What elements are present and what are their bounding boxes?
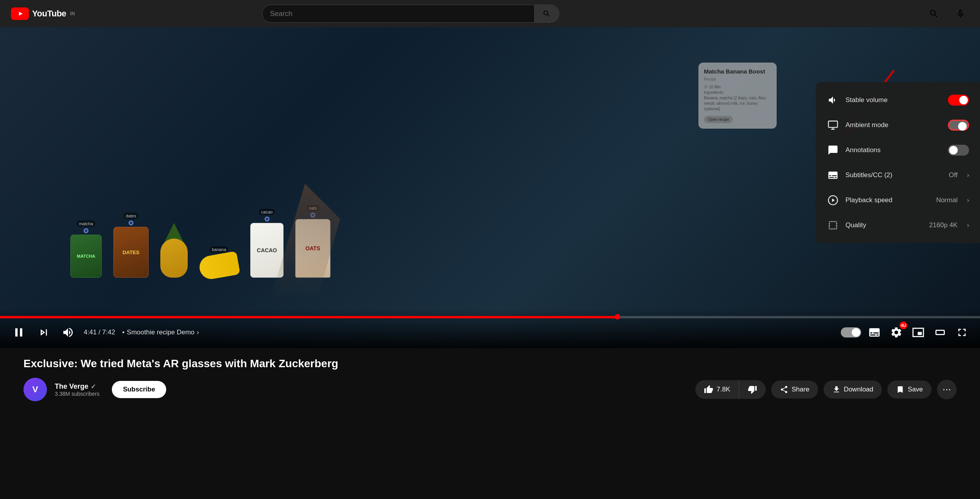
chapter-separator: • (122, 328, 124, 336)
chapter-name[interactable]: • Smoothie recipe Demo › (122, 328, 199, 336)
ar-card-body: Banana, matcha (2 tbsp), oats, Also need… (704, 95, 771, 112)
verified-checkmark: ✓ (91, 383, 96, 390)
video-controls: 4:41 / 7:42 • Smoothie recipe Demo › (0, 309, 980, 348)
dates-dot (129, 221, 133, 225)
playback-speed-value: Normal (936, 196, 958, 204)
progress-thumb[interactable] (615, 314, 620, 320)
quality-icon (827, 219, 839, 232)
banana-label: banana (210, 246, 229, 253)
like-button[interactable]: 7.8K (695, 380, 739, 399)
time-separator: / (99, 328, 102, 336)
subtitles-chevron: › (967, 172, 969, 179)
theater-button[interactable] (932, 324, 949, 341)
header: YouTubeIN (0, 0, 980, 27)
svg-rect-3 (828, 121, 837, 127)
channel-subscribers: 3.38M subscribers (55, 391, 99, 397)
subtitles-button[interactable] (866, 324, 883, 341)
video-title: Exclusive: We tried Meta's AR glasses wi… (23, 357, 957, 370)
subtitles-ctrl-icon (868, 326, 881, 339)
dates-label: dates (124, 213, 139, 219)
action-buttons: 7.8K Share Download (695, 380, 957, 399)
annotations-knob (949, 146, 958, 154)
ambient-mode-toggle[interactable] (948, 120, 969, 131)
pause-button[interactable] (9, 323, 28, 342)
thumbs-down-icon (748, 385, 757, 394)
stable-volume-knob (959, 96, 968, 104)
food-item-banana: banana (199, 246, 239, 278)
subtitles-label: Subtitles/CC (2) (845, 171, 942, 179)
settings-stable-volume[interactable]: Stable volume (816, 88, 980, 113)
more-icon: ⋯ (942, 384, 951, 395)
matcha-bag: MATCHA (70, 235, 102, 278)
miniplayer-button[interactable] (910, 324, 927, 341)
settings-ambient-mode[interactable]: Ambient mode (816, 113, 980, 138)
annotations-toggle[interactable] (948, 145, 969, 156)
theater-icon (934, 326, 946, 339)
settings-annotations[interactable]: Annotations (816, 138, 980, 163)
like-count: 7.8K (716, 386, 730, 393)
search-input[interactable] (270, 10, 527, 18)
stable-volume-toggle[interactable] (948, 95, 969, 106)
share-button[interactable]: Share (771, 381, 818, 398)
header-search-icon (929, 9, 939, 19)
stable-volume-icon (827, 94, 839, 106)
video-container: Matcha Banana Boost Recipe ⏱ 10 Min Ingr… (0, 27, 980, 348)
chapter-chevron: › (197, 328, 199, 336)
food-item-dates: dates DATES (113, 213, 149, 278)
ambient-mode-icon (827, 119, 839, 131)
food-item-cacao: cacao CACAO (250, 209, 284, 278)
svg-marker-0 (19, 12, 23, 16)
time-display: 4:41 / 7:42 (84, 328, 115, 336)
channel-avatar[interactable]: V (23, 378, 47, 401)
like-dislike-group: 7.8K (695, 380, 766, 399)
save-label: Save (908, 386, 923, 393)
download-label: Download (844, 386, 874, 393)
cacao-dot (265, 217, 269, 221)
ambient-mode-knob (958, 122, 967, 131)
dates-bag: DATES (113, 227, 149, 278)
dark-mode-toggle[interactable] (841, 327, 861, 337)
cacao-label: cacao (259, 209, 275, 215)
search-bar (262, 5, 535, 23)
pineapple (160, 223, 188, 278)
ar-card-title: Matcha Banana Boost (704, 68, 771, 75)
progress-bar[interactable] (0, 316, 980, 318)
settings-badge: 4U (899, 321, 907, 329)
chapter-text: Smoothie recipe Demo (127, 328, 194, 336)
settings-subtitles[interactable]: Subtitles/CC (2) Off › (816, 163, 980, 188)
matcha-dot (84, 228, 88, 233)
fullscreen-button[interactable] (953, 324, 971, 341)
matcha-label: matcha (77, 221, 95, 227)
miniplayer-icon (912, 326, 924, 339)
ar-card-time: ⏱ 10 Min (704, 84, 771, 90)
banana (198, 251, 241, 281)
volume-icon (62, 326, 74, 339)
stable-volume-label: Stable volume (845, 96, 942, 104)
playback-speed-icon (827, 194, 839, 206)
playback-speed-label: Playback speed (845, 196, 930, 204)
controls-right: 4U (841, 324, 971, 341)
settings-playback-speed[interactable]: Playback speed Normal › (816, 188, 980, 213)
dislike-button[interactable] (739, 380, 766, 399)
ar-card-button[interactable]: Open recipe (704, 116, 733, 123)
subscribe-button[interactable]: Subscribe (112, 381, 166, 398)
volume-button[interactable] (59, 324, 77, 341)
quality-label: Quality (845, 221, 923, 229)
header-right (925, 5, 969, 22)
below-video: Exclusive: We tried Meta's AR glasses wi… (0, 348, 980, 411)
search-icon-btn[interactable] (925, 5, 942, 22)
ar-card-subtitle: Recipe (704, 77, 771, 81)
next-button[interactable] (35, 324, 52, 341)
more-button[interactable]: ⋯ (937, 380, 957, 399)
settings-quality[interactable]: Quality 2160p 4K › (816, 213, 980, 238)
search-button[interactable] (535, 5, 559, 23)
ambient-mode-label: Ambient mode (845, 121, 942, 129)
microphone-button[interactable] (952, 5, 969, 22)
save-button[interactable]: Save (887, 381, 932, 398)
ar-card: Matcha Banana Boost Recipe ⏱ 10 Min Ingr… (698, 63, 777, 129)
share-label: Share (792, 386, 809, 393)
progress-fill (0, 316, 617, 318)
youtube-logo[interactable]: YouTubeIN (11, 7, 75, 20)
annotations-label: Annotations (845, 146, 942, 154)
download-button[interactable]: Download (824, 381, 882, 398)
